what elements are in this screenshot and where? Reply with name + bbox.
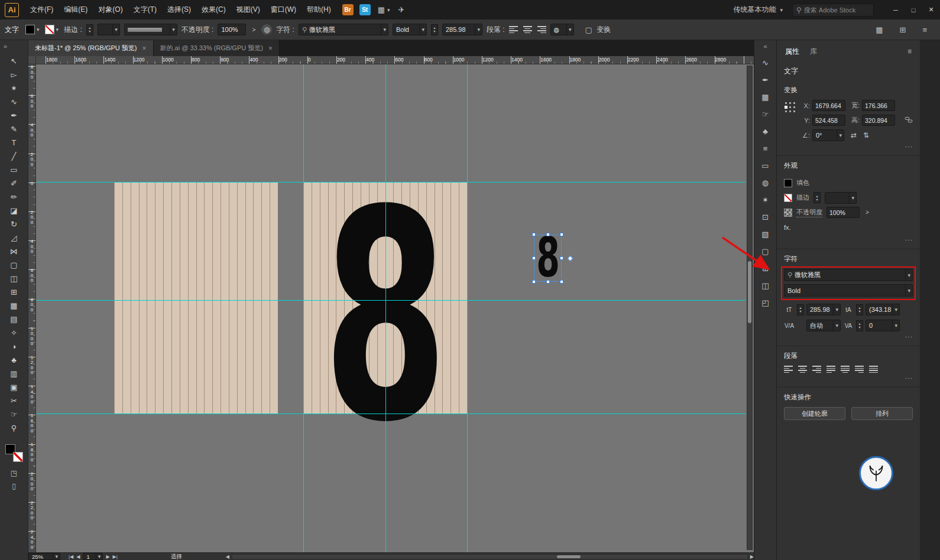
align-right-button[interactable] [812, 366, 821, 373]
stroke-weight-stepper[interactable]: ▴▾ [813, 192, 821, 203]
menu-edit[interactable]: 编辑(E) [59, 0, 93, 19]
text-composer-select[interactable]: ◍▾ [550, 24, 574, 35]
stroke-weight-select[interactable]: ▾ [825, 192, 857, 204]
font-style-select[interactable]: Bold▾ [393, 24, 427, 35]
leading-stepper[interactable]: ▴▾ [856, 304, 863, 315]
constrain-proportions-icon[interactable] [905, 116, 913, 125]
sphere-panel-icon[interactable]: ◍ [754, 174, 777, 191]
tab-libraries[interactable]: 库 [810, 47, 817, 57]
toolbar-expand-icon[interactable]: » [0, 40, 28, 54]
menu-view[interactable]: 视图(V) [231, 0, 265, 19]
selection-handle[interactable] [546, 233, 550, 236]
perspective-grid-tool[interactable]: ⊞ [0, 285, 28, 299]
stock-badge[interactable]: St [359, 4, 371, 15]
stepper-down-icon[interactable]: ▾ [858, 325, 860, 329]
create-outline-button[interactable]: 创建轮廓 [784, 407, 845, 420]
curve-panel-icon[interactable]: ∿ [754, 54, 777, 71]
selection-tool[interactable]: ↖ [0, 54, 28, 68]
effects-button[interactable]: fx. [784, 224, 791, 231]
selection-handle[interactable] [546, 280, 550, 284]
stroke-weight-stepper[interactable]: ▴▾ [86, 24, 93, 35]
illustrator-logo[interactable]: Ai [5, 3, 19, 17]
font-size-select[interactable]: 285.98▾ [442, 24, 482, 35]
align-pixel-grid-icon[interactable]: ▢ [585, 25, 592, 34]
height-field[interactable]: 320.894 [862, 115, 895, 126]
opacity-select[interactable]: 100% [218, 24, 246, 35]
menu-select[interactable]: 选择(S) [162, 0, 196, 19]
search-input[interactable] [804, 6, 863, 14]
minimize-button[interactable]: ─ [887, 0, 905, 19]
screen-mode-icon[interactable]: ▯ [0, 480, 28, 493]
opacity-link[interactable]: 不透明度 [796, 208, 822, 217]
dock-panels-icon[interactable]: ⊞ [900, 25, 906, 34]
curvature-tool[interactable]: ✎ [0, 122, 28, 136]
ruler-corner[interactable] [28, 56, 36, 64]
document-tab-2[interactable]: 新的.ai @ 33.33% (RGB/GPU 预览) × [154, 40, 280, 56]
align-panel-icon[interactable]: ⊞ [754, 260, 777, 277]
stepper-down-icon[interactable]: ▾ [433, 30, 435, 33]
column-graph-tool[interactable]: ▥ [0, 367, 28, 380]
opacity-options-icon[interactable]: > [250, 27, 257, 33]
scale-tool[interactable]: ◿ [0, 231, 28, 245]
selection-handle[interactable] [532, 233, 536, 236]
workspace-switcher[interactable]: 传统基本功能▾ [733, 5, 784, 15]
justify-all-button[interactable] [869, 366, 878, 373]
leading-select[interactable]: (343.18▾ [866, 304, 900, 315]
reference-point-locator[interactable] [784, 101, 796, 113]
horizontal-ruler[interactable]: 1800160014001200100080060040020002004006… [36, 56, 754, 64]
x-position-field[interactable]: 1679.664 [812, 100, 845, 111]
draw-mode-icon[interactable]: ◳ [0, 467, 28, 480]
zoom-level-select[interactable]: 25%▾ [28, 553, 60, 560]
lines-panel-icon[interactable]: ≡ [754, 140, 777, 157]
fill-color-control[interactable]: ▾ [25, 25, 41, 34]
artboard-tool[interactable]: ▣ [0, 380, 28, 394]
gradient-tool[interactable]: ▤ [0, 312, 28, 326]
stepper-down-icon[interactable]: ▾ [89, 30, 90, 33]
document-tab-1[interactable]: 未标题-1* @ 25% (RGB/GPU 预览) × [28, 40, 154, 56]
panel-menu-icon[interactable]: ≡ [907, 47, 912, 56]
selection-handle[interactable] [560, 233, 563, 236]
mesh-tool[interactable]: ▦ [0, 299, 28, 312]
rotation-select[interactable]: 0°▾ [812, 129, 844, 141]
vertical-ruler[interactable]: 8006004002000200400600800100012001400160… [28, 64, 36, 552]
tracking-select[interactable]: 0▾ [866, 320, 900, 331]
width-field[interactable]: 176.366 [862, 100, 895, 111]
card-panel-icon[interactable]: ▭ [754, 157, 777, 174]
y-position-field[interactable]: 524.458 [812, 115, 845, 126]
character-more-icon[interactable]: ··· [784, 334, 913, 340]
justify-last-right-button[interactable] [855, 366, 864, 373]
stroke-swatch[interactable] [784, 194, 792, 202]
artboard-1[interactable] [114, 182, 278, 414]
previous-artboard-button[interactable]: ◀ [76, 554, 80, 559]
grid-panel-icon[interactable]: ▦ [754, 89, 777, 106]
fill-swatch[interactable] [784, 179, 792, 187]
horizontal-scrollbar[interactable] [232, 554, 748, 559]
selected-text-object[interactable]: 8 [534, 235, 562, 282]
stroke-label[interactable]: 描边 [796, 193, 809, 202]
menu-window[interactable]: 窗口(W) [265, 0, 302, 19]
artboard-number-select[interactable]: 1▾ [83, 553, 103, 560]
pathfinder-panel-icon[interactable]: ◫ [754, 277, 777, 294]
stroke-swatch[interactable] [45, 25, 54, 34]
close-tab-icon[interactable]: × [268, 44, 273, 53]
transform-panel-icon[interactable]: ◰ [754, 294, 777, 311]
menu-type[interactable]: 文字(T) [128, 0, 162, 19]
free-transform-tool[interactable]: ▢ [0, 258, 28, 272]
width-profile-select[interactable]: ▾ [124, 24, 177, 35]
font-size-stepper[interactable]: ▴▾ [431, 24, 438, 35]
bridge-badge[interactable]: Br [342, 4, 354, 15]
hamburger-icon[interactable]: ≡ [922, 25, 927, 34]
artboard-panel-icon[interactable]: ⊡ [754, 209, 777, 226]
align-right-button[interactable] [537, 26, 546, 33]
menu-help[interactable]: 帮助(H) [302, 0, 336, 19]
lasso-tool[interactable]: ∿ [0, 95, 28, 109]
next-artboard-button[interactable]: ▶ [106, 554, 109, 559]
scrollbar-thumb[interactable] [748, 261, 751, 323]
slice-tool[interactable]: ✂ [0, 394, 28, 408]
first-artboard-button[interactable]: |◀ [69, 554, 73, 559]
transform-more-icon[interactable]: ··· [784, 144, 913, 150]
align-left-button[interactable] [784, 366, 793, 373]
recolor-artwork-icon[interactable]: ◍ [261, 24, 272, 35]
menu-file[interactable]: 文件(F) [25, 0, 59, 19]
rectangle-tool[interactable]: ▭ [0, 163, 28, 177]
